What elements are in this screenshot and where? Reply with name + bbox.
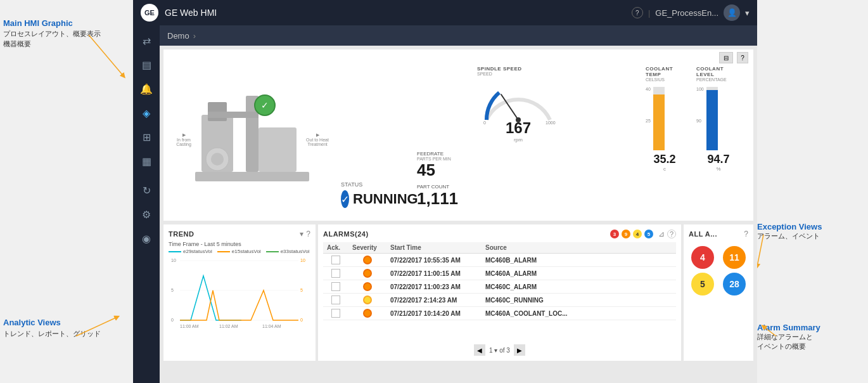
- app-title: GE Web HMI: [165, 8, 217, 18]
- alarm-ack-2[interactable]: [323, 282, 348, 291]
- help-hmi-button[interactable]: ?: [737, 52, 748, 63]
- alarm-row: 07/22/2017 11:00:23 AM MC460C_ALARM: [323, 280, 676, 294]
- trend-help-icon[interactable]: ?: [306, 230, 310, 238]
- badge-blue-dot: 5: [644, 230, 653, 238]
- sidebar-icon-settings[interactable]: ⚙: [136, 204, 156, 224]
- temp-bar-bg: [653, 87, 665, 150]
- alarm-time-1: 07/22/2017 11:00:15 AM: [386, 270, 482, 277]
- badge-orange: 9: [622, 230, 630, 238]
- alarm-time-2: 07/22/2017 11:00:23 AM: [386, 283, 482, 290]
- page-next-button[interactable]: ▶: [514, 344, 525, 356]
- alarm-ack-0[interactable]: [323, 256, 348, 264]
- sidebar-icon-sync[interactable]: ↻: [136, 180, 156, 200]
- legend-color-1: [217, 251, 230, 252]
- sidebar-icon-share[interactable]: ⇄: [136, 30, 156, 51]
- alarms-title: ALARMS(24): [323, 230, 369, 238]
- sidebar-icon-image[interactable]: ▦: [136, 151, 156, 171]
- main-application: GE GE Web HMI ? | GE_ProcessEn... 👤 ▾ ⇄ …: [133, 0, 757, 383]
- alarm-src-4: MC460A_COOLANT_LOC...: [482, 310, 676, 317]
- alarm-filter-icon[interactable]: ⊿: [658, 230, 665, 238]
- metrics-section: FEEDRATE PARTS PER MIN 45 PART COUNT 1,1…: [411, 66, 474, 214]
- help-icon[interactable]: ?: [632, 7, 643, 18]
- alarms-footer: ◀ 1 ▾ of 3 ▶: [323, 344, 676, 356]
- bottom-panels: TREND ▾ ? Time Frame - Last 5 minutes e2…: [163, 224, 753, 361]
- coolant-level-unit: %: [696, 166, 741, 172]
- sidebar: ⇄ ▤ 🔔 ◈ ⊞ ▦ ↻ ⚙ ◉: [133, 25, 160, 383]
- hmi-toolbar: ⊟ ?: [163, 49, 753, 66]
- right-annotation-area: Exception Views アラーム、イベント Alarm Summary …: [757, 0, 868, 383]
- level-bar-fill: [706, 90, 718, 150]
- alarm-summary-cell-red: 4: [689, 246, 717, 269]
- breadcrumb-bar: Demo ›: [160, 25, 757, 46]
- svg-text:10: 10: [171, 258, 176, 263]
- trend-dropdown-icon[interactable]: ▾: [300, 230, 303, 238]
- svg-text:11:00 AM: 11:00 AM: [180, 324, 199, 328]
- svg-rect-6: [258, 127, 297, 172]
- legend-item-2: e33statusVol: [266, 249, 310, 254]
- alarm-ack-3[interactable]: [323, 295, 348, 304]
- breadcrumb-demo[interactable]: Demo: [167, 31, 189, 41]
- layout-toggle-button[interactable]: ⊟: [719, 52, 733, 63]
- legend-color-2: [266, 251, 279, 252]
- alarm-src-2: MC460C_ALARM: [482, 283, 676, 290]
- spindle-speed-gauge: SPINDLE SPEED SPEED: [477, 66, 636, 143]
- alarm-circle-red[interactable]: 4: [691, 246, 714, 269]
- trend-timeframe: Time Frame - Last 5 minutes: [169, 241, 310, 247]
- sidebar-icon-bell[interactable]: 🔔: [136, 79, 156, 99]
- svg-text:1000: 1000: [546, 120, 556, 125]
- body-area: ⇄ ▤ 🔔 ◈ ⊞ ▦ ↻ ⚙ ◉ Demo › ⊟ ?: [133, 25, 757, 383]
- col-source: Source: [482, 244, 676, 251]
- badge-yellow: 4: [633, 230, 642, 238]
- alarms-table-header: Ack. Severity Start Time Source: [323, 242, 676, 254]
- chevron-down-icon[interactable]: ▾: [745, 8, 750, 18]
- exception-views-annotation: Exception Views アラーム、イベント: [757, 222, 822, 241]
- flow-out-label: ▶ Out to Heat Treatment: [302, 133, 333, 146]
- ge-logo: GE: [141, 4, 158, 22]
- analytic-views-subtitle: トレンド、レポート、グリッド: [3, 329, 101, 339]
- svg-text:11:02 AM: 11:02 AM: [219, 324, 238, 328]
- topbar-left: GE GE Web HMI: [141, 4, 217, 22]
- sidebar-icon-chart[interactable]: ◈: [136, 103, 156, 123]
- topbar: GE GE Web HMI ? | GE_ProcessEn... 👤 ▾: [133, 0, 757, 25]
- coolant-level-title: COOLANT LEVEL: [696, 66, 741, 77]
- part-count-metric: PART COUNT 1,111: [417, 184, 474, 208]
- all-alarms-panel: ALL A... ? 4 11 5 2: [684, 224, 753, 361]
- panels-area: Demo › ⊟ ? ▶ In from Casting: [160, 25, 757, 383]
- alarm-circle-blue[interactable]: 28: [723, 273, 746, 295]
- alarm-sev-3: [348, 295, 386, 304]
- coolant-temp-section: COOLANT TEMP CELSIUS 40 25: [639, 66, 690, 214]
- alarm-time-4: 07/21/2017 10:14:20 AM: [386, 310, 482, 317]
- temp-bar-fill: [653, 94, 665, 150]
- user-avatar[interactable]: 👤: [724, 4, 740, 21]
- all-alarms-help-icon[interactable]: ?: [744, 230, 748, 238]
- svg-text:5: 5: [171, 288, 174, 292]
- trend-chart-svg: 10 5 0 10 5 0: [169, 257, 308, 356]
- alarm-row: 07/22/2017 2:14:23 AM MC460C_RUNNING: [323, 294, 676, 307]
- sidebar-icon-grid[interactable]: ⊞: [136, 127, 156, 147]
- coolant-temp-bar: 40 25: [646, 87, 684, 150]
- badge-red: 3: [610, 230, 619, 238]
- analytic-views-title: Analytic Views: [3, 317, 101, 328]
- spindle-speed-subtitle: SPEED: [477, 72, 636, 76]
- sidebar-icon-layers[interactable]: ▤: [136, 55, 156, 75]
- trend-legend: e29statusVol e15statusVol e33statusVol: [169, 249, 310, 254]
- trend-panel: TREND ▾ ? Time Frame - Last 5 minutes e2…: [163, 224, 316, 361]
- coolant-temp-title: COOLANT TEMP: [646, 66, 684, 77]
- svg-text:✓: ✓: [261, 100, 269, 110]
- alarm-summary-cell-orange: 11: [720, 246, 748, 269]
- alarm-help-icon[interactable]: ?: [667, 230, 676, 238]
- breadcrumb-separator: ›: [193, 31, 196, 41]
- topbar-right: ? | GE_ProcessEn... 👤 ▾: [632, 4, 750, 21]
- alarm-circle-yellow[interactable]: 5: [691, 273, 714, 295]
- alarm-circle-orange[interactable]: 11: [723, 246, 746, 269]
- sidebar-icon-user[interactable]: ◉: [136, 228, 156, 249]
- svg-point-9: [211, 153, 224, 166]
- main-hmi-title: Main HMI Graphic: [3, 18, 101, 29]
- alarm-ack-4[interactable]: [323, 309, 348, 318]
- page-prev-button[interactable]: ◀: [474, 344, 485, 356]
- alarm-row: 07/21/2017 10:14:20 AM MC460A_COOLANT_LO…: [323, 307, 676, 320]
- status-check-icon: ✓: [341, 190, 349, 208]
- left-annotation-area: Main HMI Graphic プロセスレイアウト、概要表示 機器概要 Ana…: [0, 0, 133, 383]
- feedrate-label: FEEDRATE: [417, 151, 474, 157]
- alarm-ack-1[interactable]: [323, 269, 348, 278]
